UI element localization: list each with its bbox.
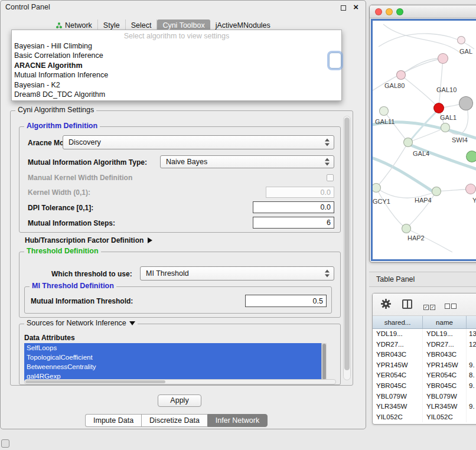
network-node[interactable]: [403, 138, 413, 147]
table-cell: YDL19...: [423, 329, 467, 340]
algorithm-option[interactable]: Basic Correlation Inference: [12, 51, 341, 60]
list-vertical-scrollbar[interactable]: [321, 343, 327, 381]
combo-stepper-icon: [325, 270, 330, 278]
settings-vertical-scrollbar[interactable]: [343, 116, 351, 380]
network-node-label: HAP2: [407, 234, 425, 242]
table-column-headers: shared... name: [373, 316, 476, 329]
column-header-shared-name[interactable]: shared...: [373, 316, 423, 328]
dpi-tolerance-label: DPI Tolerance [0,1]:: [28, 204, 93, 212]
table-row[interactable]: YER054CYER054C8.: [373, 370, 476, 381]
table-panel-header: Table Panel: [369, 272, 476, 287]
mi-threshold-group: MI Threshold Definition Mutual Informati…: [24, 286, 332, 314]
table-cell: YBL079W: [373, 392, 423, 402]
column-header-partial[interactable]: [467, 316, 476, 328]
list-horizontal-scrollbar[interactable]: [24, 379, 336, 384]
algorithm-combobox-fragment[interactable]: [329, 53, 341, 69]
network-node[interactable]: [438, 53, 448, 64]
table-row[interactable]: YDR27...YDR27...12: [373, 340, 476, 350]
aracne-mode-combobox[interactable]: Discovery: [63, 135, 334, 149]
network-node-label: Y: [472, 197, 476, 204]
column-header-name[interactable]: name: [423, 316, 467, 328]
algorithm-option[interactable]: Bayesian - K2: [12, 80, 341, 90]
table-toolbar: ✓✓: [373, 294, 476, 316]
tab-infer-network[interactable]: Infer Network: [207, 414, 268, 427]
mi-threshold-input[interactable]: [245, 295, 327, 307]
data-attributes-list[interactable]: SelfLoopsTopologicalCoefficientBetweenne…: [24, 343, 327, 381]
network-tab-icon: [56, 22, 63, 29]
network-node-label: GAL1: [440, 114, 457, 121]
network-node[interactable]: [457, 36, 465, 44]
algorithm-option[interactable]: Bayesian - Hill Climbing: [12, 41, 341, 51]
checked-columns-icon[interactable]: ✓✓: [423, 301, 436, 311]
network-node[interactable]: [379, 106, 389, 116]
apply-button[interactable]: Apply: [158, 394, 201, 407]
tab-impute-data[interactable]: Impute Data: [85, 414, 141, 427]
attribute-list-item[interactable]: TopologicalCoefficient: [24, 353, 327, 362]
hub-transcription-factor-section[interactable]: Hub/Transcription Factor Definition: [25, 236, 152, 244]
window-title: Control Panel: [5, 3, 50, 11]
hub-section-label: Hub/Transcription Factor Definition: [25, 236, 144, 244]
network-node[interactable]: [432, 187, 441, 196]
mi-steps-input[interactable]: [253, 217, 334, 229]
network-node[interactable]: [433, 103, 444, 113]
attribute-list-item[interactable]: BetweennessCentrality: [24, 362, 327, 371]
scrollbar-thumb[interactable]: [344, 118, 350, 370]
tab-discretize-data[interactable]: Discretize Data: [141, 414, 207, 427]
network-node[interactable]: [466, 151, 476, 162]
which-threshold-combobox[interactable]: MI Threshold: [140, 266, 334, 281]
network-node[interactable]: [465, 184, 476, 194]
network-node[interactable]: [371, 183, 381, 193]
column-selector-icon[interactable]: [402, 299, 412, 309]
sources-legend[interactable]: Sources for Network Inference: [24, 319, 138, 327]
table-cell: YPR145W: [373, 360, 423, 371]
manual-kernel-width-checkbox: [327, 174, 334, 181]
network-window-titlebar[interactable]: [370, 5, 476, 18]
hidden-panel-icon[interactable]: [1, 439, 9, 448]
bottom-tabbar: Impute Data Discretize Data Infer Networ…: [85, 414, 268, 427]
network-node[interactable]: [459, 96, 473, 110]
algorithm-option-selected[interactable]: ARACNE Algorithm: [12, 61, 341, 70]
close-traffic-light[interactable]: [375, 8, 382, 15]
table-row[interactable]: YPR145WYPR145W9.: [373, 360, 476, 371]
table-panel-window: ✓✓ shared... name YDL19...YDL19...13YDR2…: [372, 293, 476, 425]
network-node-label: GAL10: [436, 86, 457, 93]
algorithm-definition-legend: Algorithm Definition: [24, 122, 100, 130]
table-row[interactable]: YLR345WYLR345W9.: [373, 402, 476, 412]
zoom-traffic-light[interactable]: [396, 8, 403, 15]
table-row[interactable]: YBR043CYBR043C: [373, 350, 476, 360]
network-node-label: GAL80: [384, 82, 405, 89]
which-threshold-label: Which threshold to use:: [51, 270, 132, 278]
table-row[interactable]: YIL052CYIL052C: [373, 412, 476, 423]
scrollbar-thumb[interactable]: [322, 344, 326, 380]
table-cell: YIL052C: [423, 412, 467, 423]
table-row[interactable]: YDL19...YDL19...13: [373, 329, 476, 340]
mi-algorithm-type-combobox[interactable]: Naive Bayes: [160, 155, 334, 168]
tab-select-label: Select: [131, 21, 152, 30]
network-node[interactable]: [402, 224, 411, 233]
scrollbar-thumb[interactable]: [25, 380, 165, 383]
close-icon[interactable]: ×: [353, 2, 358, 12]
network-node[interactable]: [441, 123, 450, 132]
attribute-list-item[interactable]: SelfLoops: [24, 343, 327, 353]
kernel-width-input: [266, 187, 334, 198]
network-canvas[interactable]: GAL80GALGAL10GAL11GAL1SWI4GAL4GCY1HAP4YH…: [371, 19, 476, 261]
sources-group: Sources for Network Inference Data Attri…: [19, 324, 341, 385]
combo-stepper-icon: [325, 158, 330, 166]
float-window-icon[interactable]: [341, 5, 346, 11]
checkbox-empty-icon: [451, 304, 457, 309]
table-cell: YBR045C: [373, 381, 423, 392]
algorithm-option[interactable]: Dream8 DC_TDC Algorithm: [12, 90, 341, 99]
control-panel-window: Control Panel × Network Style Select Cyn…: [0, 0, 366, 429]
dpi-tolerance-input[interactable]: [253, 201, 334, 213]
table-row[interactable]: YBL079WYBL079W: [373, 392, 476, 402]
unchecked-columns-icon[interactable]: [445, 301, 458, 311]
table-cell: 9.: [467, 381, 476, 392]
table-cell: 12: [467, 340, 476, 350]
network-node[interactable]: [396, 70, 406, 80]
table-cell: YDR27...: [373, 340, 423, 350]
minimize-traffic-light[interactable]: [386, 8, 393, 15]
table-row[interactable]: YBR045CYBR045C9.: [373, 381, 476, 392]
gear-icon[interactable]: [380, 298, 392, 312]
algorithm-option[interactable]: Mutual Information Inference: [12, 70, 341, 80]
table-cell: 9.: [467, 360, 476, 371]
